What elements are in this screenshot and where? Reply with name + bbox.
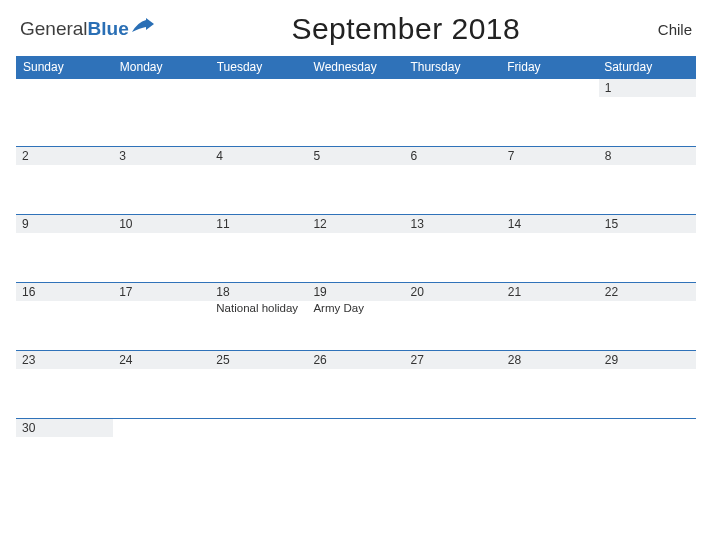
day-header: Tuesday (211, 57, 308, 77)
brand-logo: GeneralBlue (20, 18, 154, 40)
date-number: 29 (599, 351, 696, 369)
date-number: 17 (113, 283, 210, 301)
date-number: 20 (405, 283, 502, 301)
date-number: 21 (502, 283, 599, 301)
top-bar: GeneralBlue September 2018 Chile (16, 8, 696, 56)
day-cell (405, 79, 502, 146)
day-header: Monday (114, 57, 211, 77)
day-cell (113, 79, 210, 146)
day-cell: 15 (599, 215, 696, 282)
day-cell: 3 (113, 147, 210, 214)
day-cell (210, 79, 307, 146)
date-number (502, 419, 599, 437)
date-number: 6 (405, 147, 502, 165)
day-cell: 27 (405, 351, 502, 418)
day-cell (307, 79, 404, 146)
date-number: 2 (16, 147, 113, 165)
day-cell (405, 419, 502, 486)
calendar-title: September 2018 (291, 12, 520, 46)
date-number: 11 (210, 215, 307, 233)
day-cell (502, 419, 599, 486)
day-cell: 9 (16, 215, 113, 282)
date-number: 18 (210, 283, 307, 301)
date-number: 27 (405, 351, 502, 369)
day-cell: 17 (113, 283, 210, 350)
day-cell: 26 (307, 351, 404, 418)
day-cell (210, 419, 307, 486)
day-header: Saturday (598, 57, 695, 77)
day-header: Sunday (17, 57, 114, 77)
day-cell: 28 (502, 351, 599, 418)
day-cell: 12 (307, 215, 404, 282)
day-header: Thursday (404, 57, 501, 77)
date-number: 28 (502, 351, 599, 369)
date-number: 7 (502, 147, 599, 165)
date-number (502, 79, 599, 97)
date-number (210, 419, 307, 437)
day-cell: 23 (16, 351, 113, 418)
date-number: 23 (16, 351, 113, 369)
day-header: Wednesday (308, 57, 405, 77)
week-row: 30 (16, 418, 696, 486)
date-number: 22 (599, 283, 696, 301)
date-number: 25 (210, 351, 307, 369)
day-cell: 2 (16, 147, 113, 214)
date-number: 4 (210, 147, 307, 165)
day-cell: 20 (405, 283, 502, 350)
date-number (307, 419, 404, 437)
day-cell: 10 (113, 215, 210, 282)
date-number: 8 (599, 147, 696, 165)
date-number (599, 419, 696, 437)
week-row: 23242526272829 (16, 350, 696, 418)
day-header: Friday (501, 57, 598, 77)
day-cell: 8 (599, 147, 696, 214)
day-cell (113, 419, 210, 486)
date-number: 15 (599, 215, 696, 233)
day-cell: 16 (16, 283, 113, 350)
date-number: 3 (113, 147, 210, 165)
logo-text: GeneralBlue (20, 18, 129, 40)
day-cell (502, 79, 599, 146)
event-label: Army Day (307, 301, 404, 316)
day-cell: 30 (16, 419, 113, 486)
date-number (405, 419, 502, 437)
date-number: 19 (307, 283, 404, 301)
date-number: 1 (599, 79, 696, 97)
date-number: 24 (113, 351, 210, 369)
day-cell: 5 (307, 147, 404, 214)
day-cell: 18National holiday (210, 283, 307, 350)
date-number: 9 (16, 215, 113, 233)
day-cell: 24 (113, 351, 210, 418)
date-number (307, 79, 404, 97)
day-cell: 1 (599, 79, 696, 146)
date-number (113, 419, 210, 437)
day-cell (307, 419, 404, 486)
week-row: 1 (16, 78, 696, 146)
day-cell: 13 (405, 215, 502, 282)
date-number: 10 (113, 215, 210, 233)
date-number: 12 (307, 215, 404, 233)
date-number: 5 (307, 147, 404, 165)
date-number (405, 79, 502, 97)
day-cell: 21 (502, 283, 599, 350)
week-row: 9101112131415 (16, 214, 696, 282)
date-number (113, 79, 210, 97)
event-label: National holiday (210, 301, 307, 316)
date-number: 16 (16, 283, 113, 301)
week-row: 161718National holiday19Army Day202122 (16, 282, 696, 350)
day-cell (16, 79, 113, 146)
day-cell: 6 (405, 147, 502, 214)
day-cell: 29 (599, 351, 696, 418)
date-number: 14 (502, 215, 599, 233)
date-number (16, 79, 113, 97)
week-row: 2345678 (16, 146, 696, 214)
country-label: Chile (658, 21, 692, 38)
day-cell: 25 (210, 351, 307, 418)
date-number: 13 (405, 215, 502, 233)
date-number: 26 (307, 351, 404, 369)
day-cell: 22 (599, 283, 696, 350)
date-number: 30 (16, 419, 113, 437)
day-cell: 11 (210, 215, 307, 282)
day-cell (599, 419, 696, 486)
day-cell: 14 (502, 215, 599, 282)
